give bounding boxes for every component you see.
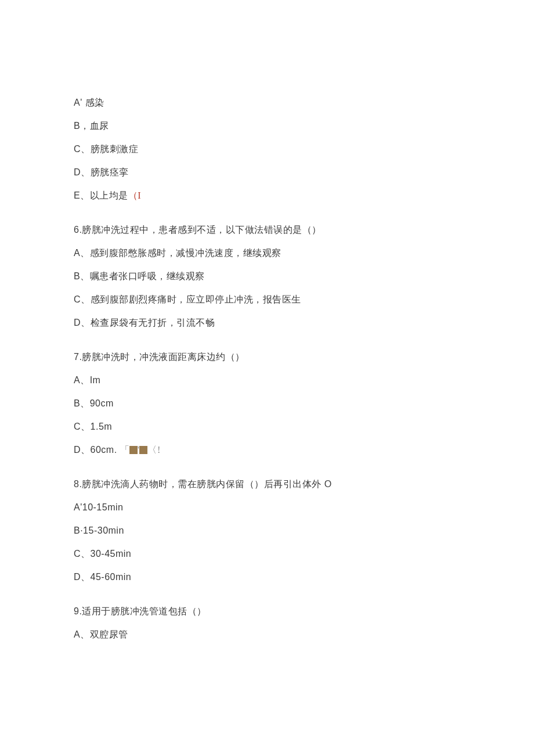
q7-option-d: D、60cm. 「'〈! (74, 443, 464, 457)
block-icon (139, 446, 147, 454)
q9-option-a: A、双腔尿管 (74, 628, 464, 642)
q6-option-b: B、嘱患者张口呼吸，继续观察 (74, 269, 464, 283)
q5-option-d: D、膀胱痉挛 (74, 165, 464, 179)
q7-option-d-symbols: 「'〈! (120, 445, 161, 455)
q7-sym-open: 「 (120, 445, 130, 455)
q7-stem: 7.膀胱冲洗时，冲洗液面距离床边约（） (74, 350, 464, 364)
q6-option-c: C、感到腹部剧烈疼痛时，应立即停止冲洗，报告医生 (74, 293, 464, 307)
q7-option-c: C、1.5m (74, 420, 464, 434)
q5-option-e-mark: （I (128, 190, 141, 200)
q8-option-c: C、30-45min (74, 547, 464, 561)
q5-option-e-text: E、以上均是 (74, 190, 128, 200)
q5-option-c: C、膀胱刺激症 (74, 142, 464, 156)
q8-option-d: D、45-60min (74, 570, 464, 584)
q9-stem: 9.适用于膀胱冲洗管道包括（） (74, 604, 464, 618)
q6-stem: 6.膀胱冲洗过程中，患者感到不适，以下做法错误的是（） (74, 223, 464, 237)
q6-option-a: A、感到腹部憋胀感时，减慢冲洗速度，继续观察 (74, 246, 464, 260)
q6-option-d: D、检查尿袋有无打折，引流不畅 (74, 316, 464, 330)
q8-option-b: B·15-30min (74, 524, 464, 538)
q7-option-d-dot: . (114, 445, 117, 455)
q8-option-a: A'10-15min (74, 501, 464, 514)
q5-option-e: E、以上均是（I (74, 189, 464, 203)
q5-option-b: B，血尿 (74, 119, 464, 133)
q7-sym-close: 〈! (147, 445, 160, 455)
q7-option-b: B、90cm (74, 397, 464, 411)
q7-option-a: A、Im (74, 373, 464, 387)
q7-option-d-prefix: D、60cm (74, 445, 114, 455)
q5-option-a: A' 感染 (74, 96, 464, 110)
block-icon (129, 446, 138, 454)
q8-stem: 8.膀胱冲洗滴人药物时，需在膀胱内保留（）后再引出体外 O (74, 477, 464, 491)
